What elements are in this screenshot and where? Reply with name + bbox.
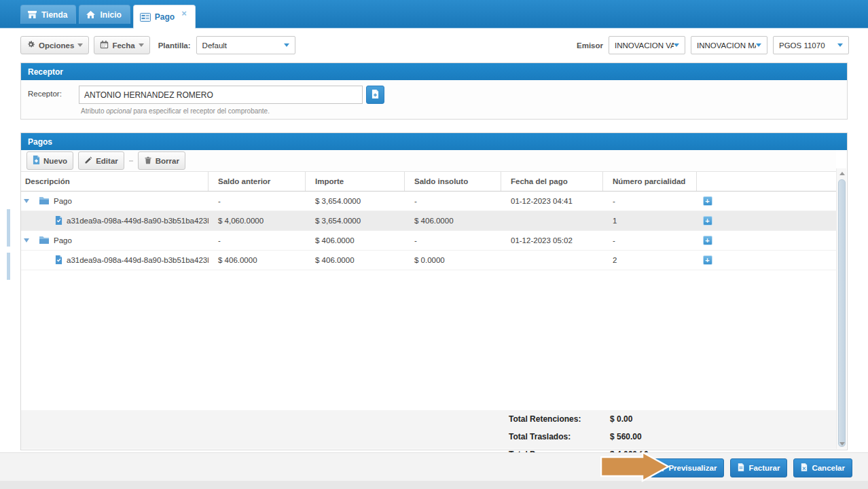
pagos-toolbar: Nuevo Editar Borrar [21, 150, 836, 171]
total-row: Total Retenciones:$ 0.00 [21, 414, 836, 429]
top-tab-bar: Tienda Inicio Pago × [0, 0, 868, 29]
facturar-button[interactable]: Facturar [730, 458, 787, 477]
cell-add: + [697, 231, 718, 250]
chevron-down-icon [77, 43, 83, 47]
add-icon[interactable]: + [703, 255, 712, 265]
receptor-help-text: Atributo opcional para especificar el re… [81, 107, 270, 115]
serie-select[interactable]: PGOS 11070 [773, 36, 849, 54]
cell-saldo-insoluto: - [405, 192, 501, 211]
cell-fecha-pago [501, 251, 603, 270]
pagos-table-body: Pago-$ 3,654.0000-01-12-2023 04:41-+a31d… [21, 192, 836, 270]
emisor-sucursal-select[interactable]: INNOVACION MATRIZ [691, 36, 767, 54]
expander-icon[interactable] [24, 238, 29, 242]
cell-importe: $ 406.0000 [306, 231, 405, 250]
scroll-down-icon[interactable] [837, 439, 847, 449]
column-header[interactable]: Saldo anterior [209, 172, 306, 191]
row-label: Pago [54, 236, 72, 244]
tab-label: Inicio [100, 10, 121, 20]
emisor-empresa-select[interactable]: INNOVACION VALOR [609, 36, 685, 54]
folder-icon [39, 196, 50, 206]
home-icon [86, 10, 96, 19]
document-x-icon [801, 463, 808, 473]
row-label: a31dea9a-098a-449d-8a90-b3b51ba423b9 [67, 256, 209, 264]
cell-fecha-pago: 01-12-2023 04:41 [501, 192, 603, 211]
chevron-down-icon [756, 43, 761, 47]
toolbar-separator [129, 160, 133, 162]
bottom-strip [0, 481, 868, 489]
total-label: Total Traslados: [509, 432, 571, 441]
add-icon[interactable]: + [703, 196, 712, 206]
totals-section: Total Retenciones:$ 0.00Total Traslados:… [21, 410, 836, 449]
row-label: a31dea9a-098a-449d-8a90-b3b51ba423b9 [67, 217, 209, 225]
emisor-label: Emisor [577, 41, 603, 50]
receptor-input[interactable] [79, 86, 363, 104]
chevron-down-icon [139, 43, 144, 47]
cancelar-button[interactable]: Cancelar [793, 458, 852, 477]
cell-descripcion: Pago [21, 192, 209, 211]
add-icon[interactable]: + [703, 236, 712, 245]
table-row[interactable]: Pago-$ 3,654.0000-01-12-2023 04:41-+ [21, 192, 836, 211]
form-icon [140, 13, 151, 22]
vertical-scrollbar[interactable] [836, 168, 846, 449]
tab-label: Pago [155, 12, 175, 22]
scroll-thumb[interactable] [838, 179, 846, 447]
borrar-button[interactable]: Borrar [138, 151, 185, 170]
close-icon[interactable]: × [181, 10, 187, 17]
column-header[interactable]: Descripción [21, 172, 209, 191]
receptor-field-label: Receptor: [28, 90, 62, 98]
column-header[interactable]: Importe [306, 172, 405, 191]
document-check-icon [55, 216, 62, 226]
cell-importe: $ 406.0000 [306, 251, 405, 270]
document-icon [738, 463, 744, 473]
cell-add: + [697, 211, 718, 230]
column-header[interactable]: Número parcialidad [603, 172, 697, 191]
footer-bar: Previsualizar Facturar Cancelar [0, 452, 868, 481]
table-row[interactable]: a31dea9a-098a-449d-8a90-b3b51ba423b9$ 40… [21, 251, 836, 270]
collapsed-panel-handle[interactable] [7, 209, 10, 247]
plantilla-label: Plantilla: [158, 41, 191, 50]
expander-icon[interactable] [24, 199, 29, 203]
table-row[interactable]: a31dea9a-098a-449d-8a90-b3b51ba423b9$ 4,… [21, 211, 836, 231]
main-toolbar: Opciones Fecha Plantilla: Default Emisor… [0, 29, 868, 62]
cell-saldo-anterior: $ 406.0000 [209, 251, 306, 270]
plantilla-select[interactable]: Default [196, 36, 295, 54]
cell-descripcion: a31dea9a-098a-449d-8a90-b3b51ba423b9 [21, 251, 209, 270]
column-header-empty [697, 172, 718, 191]
fecha-button[interactable]: Fecha [94, 36, 149, 54]
cell-saldo-insoluto: $ 406.0000 [405, 211, 501, 230]
trash-icon [144, 156, 152, 166]
collapsed-panel-handle[interactable] [7, 253, 10, 280]
nuevo-button[interactable]: Nuevo [26, 151, 73, 170]
document-icon [372, 89, 379, 101]
cell-num-parcialidad: - [603, 192, 697, 211]
tab-tienda[interactable]: Tienda [20, 5, 76, 24]
chevron-down-icon [837, 43, 843, 47]
cell-descripcion: a31dea9a-098a-449d-8a90-b3b51ba423b9 [21, 211, 209, 230]
tab-pago[interactable]: Pago × [133, 5, 196, 29]
tab-inicio[interactable]: Inicio [79, 5, 130, 24]
pointer-arrow-annotation [600, 451, 671, 485]
cell-add: + [697, 251, 718, 270]
pagos-panel: Pagos Nuevo Editar Borrar [20, 132, 848, 450]
cell-fecha-pago: 01-12-2023 05:02 [501, 231, 603, 250]
receptor-lookup-button[interactable] [366, 86, 384, 104]
row-label: Pago [54, 197, 72, 205]
cell-fecha-pago [501, 211, 603, 230]
receptor-panel-header: Receptor [21, 63, 847, 80]
chevron-down-icon [674, 43, 679, 47]
cell-saldo-anterior: - [209, 192, 306, 211]
column-header[interactable]: Saldo insoluto [405, 172, 501, 191]
scroll-up-icon[interactable] [837, 168, 847, 179]
calendar-icon [100, 40, 109, 50]
add-icon[interactable]: + [703, 216, 712, 225]
table-row[interactable]: Pago-$ 406.0000-01-12-2023 05:02-+ [21, 231, 836, 251]
editar-button[interactable]: Editar [78, 151, 124, 170]
cell-num-parcialidad: - [603, 231, 697, 250]
gear-icon [26, 40, 35, 50]
cell-saldo-anterior: $ 4,060.0000 [209, 211, 306, 230]
opciones-button[interactable]: Opciones [20, 36, 89, 54]
total-value: $ 560.00 [610, 432, 642, 441]
column-header[interactable]: Fecha del pago [501, 172, 603, 191]
cell-num-parcialidad: 2 [603, 251, 697, 270]
cell-num-parcialidad: 1 [603, 211, 697, 230]
